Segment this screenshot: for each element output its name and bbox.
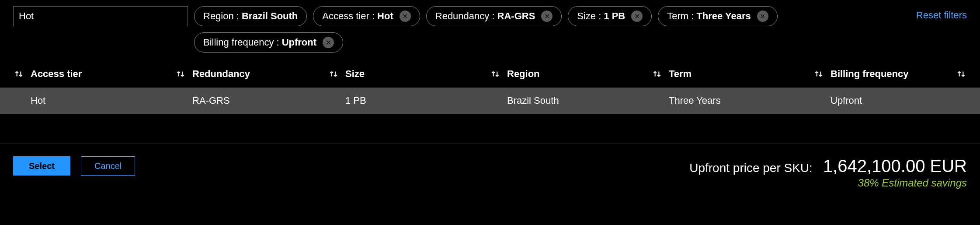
- price-label: Upfront price per SKU:: [689, 161, 813, 175]
- filter-chips: Region : Brazil South Access tier : Hot …: [194, 6, 910, 53]
- chip-label: Term :: [667, 11, 694, 22]
- sort-icon[interactable]: [490, 68, 501, 80]
- search-input[interactable]: [13, 6, 188, 26]
- filter-chip-term[interactable]: Term : Three Years ✕: [658, 6, 777, 26]
- filter-chip-billing-frequency[interactable]: Billing frequency : Upfront ✕: [194, 32, 343, 53]
- chip-value: Upfront: [282, 37, 316, 48]
- column-header-redundancy[interactable]: Redundancy: [192, 68, 250, 80]
- price-value: 1,642,100.00 EUR: [823, 156, 967, 176]
- select-button[interactable]: Select: [13, 156, 70, 176]
- close-icon[interactable]: ✕: [757, 11, 768, 22]
- table-row[interactable]: Hot RA-GRS 1 PB Brazil South Three Years…: [0, 88, 980, 114]
- close-icon[interactable]: ✕: [323, 37, 334, 48]
- sort-icon[interactable]: [328, 68, 339, 80]
- cell-redundancy: RA-GRS: [175, 95, 328, 106]
- chip-label: Billing frequency :: [203, 37, 279, 48]
- reset-filters-link[interactable]: Reset filters: [916, 6, 967, 21]
- chip-value: Hot: [377, 11, 393, 22]
- table-header-row: Access tier Redundancy Size Region Term: [0, 60, 980, 88]
- close-icon[interactable]: ✕: [400, 11, 411, 22]
- close-icon[interactable]: ✕: [631, 11, 643, 22]
- column-header-access-tier[interactable]: Access tier: [31, 68, 82, 80]
- cell-billing-frequency: Upfront: [813, 95, 967, 106]
- filter-chip-redundancy[interactable]: Redundancy : RA-GRS ✕: [426, 6, 562, 26]
- chip-value: 1 PB: [604, 11, 625, 22]
- filter-chip-region[interactable]: Region : Brazil South: [194, 6, 307, 26]
- sort-icon[interactable]: [13, 68, 24, 80]
- column-header-term[interactable]: Term: [669, 68, 692, 80]
- cell-region: Brazil South: [490, 95, 651, 106]
- filter-chip-size[interactable]: Size : 1 PB ✕: [568, 6, 652, 26]
- chip-value: Three Years: [696, 11, 751, 22]
- filter-chip-access-tier[interactable]: Access tier : Hot ✕: [313, 6, 420, 26]
- cell-access-tier: Hot: [13, 95, 175, 106]
- close-icon[interactable]: ✕: [541, 11, 553, 22]
- chip-value: RA-GRS: [497, 11, 535, 22]
- sort-icon[interactable]: [813, 68, 824, 80]
- chip-label: Region :: [203, 11, 239, 22]
- chip-value: Brazil South: [242, 11, 298, 22]
- estimated-savings: 38% Estimated savings: [689, 177, 967, 189]
- column-header-region[interactable]: Region: [507, 68, 540, 80]
- cancel-button[interactable]: Cancel: [81, 156, 135, 176]
- chip-label: Size :: [577, 11, 601, 22]
- sort-icon[interactable]: [956, 68, 967, 80]
- column-header-size[interactable]: Size: [345, 68, 365, 80]
- chip-label: Redundancy :: [435, 11, 495, 22]
- cell-size: 1 PB: [328, 95, 490, 106]
- cell-term: Three Years: [651, 95, 813, 106]
- chip-label: Access tier :: [322, 11, 375, 22]
- column-header-billing-frequency[interactable]: Billing frequency: [831, 68, 908, 80]
- sort-icon[interactable]: [175, 68, 186, 80]
- sort-icon[interactable]: [651, 68, 663, 80]
